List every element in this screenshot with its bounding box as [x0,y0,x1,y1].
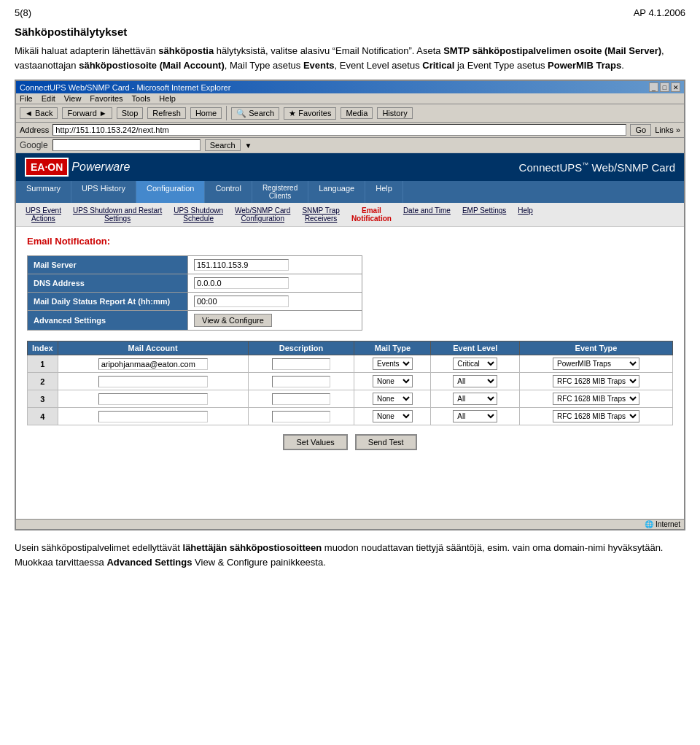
powerware-text: Powerware [71,161,130,174]
table-row: 3 None Events All [28,390,673,408]
row3-mail-type-select[interactable]: None Events All [373,393,413,405]
menu-file[interactable]: File [20,94,33,103]
row3-description-input[interactable] [272,393,330,405]
home-button[interactable]: Home [190,107,222,119]
row1-account [58,355,248,373]
table-row: 1 Events None All [28,355,673,373]
close-button[interactable]: ✕ [671,82,680,92]
form-row-mail-daily: Mail Daily Status Report At (hh:mm) [28,293,362,311]
status-internet: 🌐 Internet [645,520,680,528]
row3-event-type-select[interactable]: RFC 1628 MIB Traps PowerMIB Traps [553,393,639,405]
google-search-input[interactable] [52,139,201,151]
row2-mail-type-select[interactable]: None Events All [373,375,413,387]
subnav-emp-settings[interactable]: EMP Settings [456,205,512,224]
back-button[interactable]: ◄ Back [20,107,58,119]
row2-account-input[interactable] [98,376,208,387]
mail-server-input[interactable] [194,259,289,271]
row4-event-level-select[interactable]: All Critical Warning [453,410,497,422]
row1-event-level-select[interactable]: Critical All Warning [453,358,497,370]
subnav-email-notification[interactable]: EmailNotification [346,205,397,224]
nav-ups-history[interactable]: UPS History [71,181,136,203]
menu-view[interactable]: View [64,94,82,103]
nav-bar: Summary UPS History Configuration Contro… [16,181,684,203]
send-test-button[interactable]: Send Test [355,434,417,450]
browser-title: ConnectUPS Web/SNMP Card - Microsoft Int… [20,83,230,92]
row2-event-type-select[interactable]: RFC 1628 MIB Traps PowerMIB Traps [553,375,639,387]
menu-help[interactable]: Help [159,94,176,103]
subnav-shutdown-schedule[interactable]: UPS ShutdownSchedule [168,205,229,224]
eaton-logo: EA·ON Powerware [25,158,130,177]
row1-mail-type-select[interactable]: Events None All [373,358,413,370]
nav-help[interactable]: Help [365,181,403,203]
row1-index: 1 [28,355,58,373]
subnav-websnmp-config[interactable]: Web/SNMP CardConfiguration [229,205,296,224]
content-area: Email Notification: Mail Server DNS Addr… [16,227,684,519]
browser-window: ConnectUPS Web/SNMP Card - Microsoft Int… [15,80,685,530]
address-bar: Address Go Links » [16,123,684,138]
row2-event-type: RFC 1628 MIB Traps PowerMIB Traps [520,373,673,390]
row3-event-level-select[interactable]: All Critical Warning [453,393,497,405]
row1-account-input[interactable] [98,358,208,370]
menu-tools[interactable]: Tools [132,94,151,103]
page-header: 5(8) AP 4.1.2006 [15,7,685,18]
subnav-help[interactable]: Help [512,205,539,224]
history-button[interactable]: History [377,107,412,119]
media-button[interactable]: Media [341,107,373,119]
form-row-dns-address: DNS Address [28,274,362,293]
row4-description-input[interactable] [272,411,330,422]
mail-daily-label: Mail Daily Status Report At (hh:mm) [28,293,188,311]
dns-address-input[interactable] [194,277,289,289]
address-input[interactable] [52,124,626,136]
row1-event-type-select[interactable]: PowerMIB Traps RFC 1628 MIB Traps [553,358,639,370]
subnav-date-time[interactable]: Date and Time [397,205,456,224]
refresh-button[interactable]: Refresh [147,107,186,119]
row3-event-level: All Critical Warning [431,390,520,408]
row2-mail-type: None Events All [354,373,431,390]
address-label: Address [20,126,49,134]
nav-language[interactable]: Language [308,181,365,203]
browser-menubar: File Edit View Favorites Tools Help [16,93,684,104]
maximize-button[interactable]: □ [660,82,669,92]
form-row-mail-server: Mail Server [28,256,362,274]
section-title: Email Notification: [27,236,673,247]
row2-description-input[interactable] [272,376,330,387]
row2-event-level-select[interactable]: All Critical Warning [453,375,497,387]
row4-mail-type-select[interactable]: None Events All [373,410,413,422]
nav-registered-clients[interactable]: RegisteredClients [252,181,308,203]
view-configure-button[interactable]: View & Configure [194,314,272,327]
toolbar-separator [226,106,227,120]
window-controls: _ □ ✕ [649,82,680,92]
nav-summary[interactable]: Summary [16,181,71,203]
minimize-button[interactable]: _ [649,82,658,92]
row4-description [248,408,354,425]
row1-description-input[interactable] [272,358,330,370]
advanced-settings-label: Advanced Settings [28,311,188,331]
row3-account-input[interactable] [98,393,208,405]
product-name: ConnectUPS™ Web/SNMP Card [519,161,675,174]
search-button[interactable]: 🔍 Search [231,107,279,120]
row2-event-level: All Critical Warning [431,373,520,390]
stop-button[interactable]: Stop [117,107,144,119]
go-button[interactable]: Go [630,124,651,136]
subnav-shutdown-restart[interactable]: UPS Shutdown and RestartSettings [67,205,168,224]
forward-button[interactable]: Forward ► [62,107,112,119]
nav-configuration[interactable]: Configuration [136,181,205,203]
browser-titlebar: ConnectUPS Web/SNMP Card - Microsoft Int… [16,81,684,93]
favorites-button[interactable]: ★ Favorites [284,107,336,120]
intro-paragraph: Mikäli haluat adapterin lähettävän sähkö… [15,44,685,72]
mail-daily-input[interactable] [194,296,289,307]
menu-favorites[interactable]: Favorites [90,94,122,103]
menu-edit[interactable]: Edit [42,94,55,103]
col-mail-account: Mail Account [58,341,248,355]
row1-event-type: PowerMIB Traps RFC 1628 MIB Traps [520,355,673,373]
row4-account-input[interactable] [98,411,208,422]
subnav-ups-event-actions[interactable]: UPS EventActions [20,205,67,224]
google-search-button[interactable]: Search [205,139,241,151]
nav-control[interactable]: Control [205,181,252,203]
subnav-snmp-trap[interactable]: SNMP TrapReceivers [296,205,346,224]
set-values-button[interactable]: Set Values [283,434,347,450]
action-buttons: Set Values Send Test [27,434,673,450]
row4-event-type-select[interactable]: RFC 1628 MIB Traps PowerMIB Traps [553,410,639,422]
row3-event-type: RFC 1628 MIB Traps PowerMIB Traps [520,390,673,408]
row4-index: 4 [28,408,58,425]
